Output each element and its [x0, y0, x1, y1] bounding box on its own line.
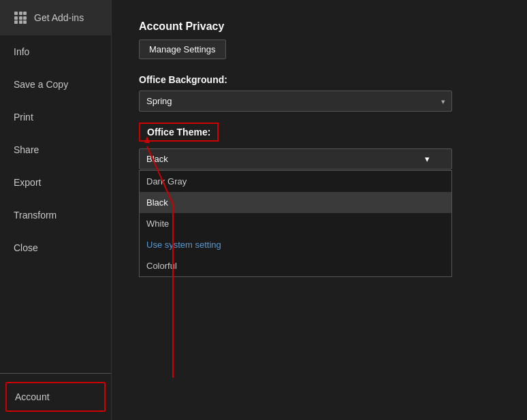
sidebar-item-label-transform: Transform: [14, 210, 57, 221]
theme-option-dark-gray[interactable]: Dark Gray: [140, 171, 451, 192]
sidebar-item-get-addins[interactable]: Get Add-ins: [0, 0, 111, 35]
office-theme-label-box: Office Theme:: [139, 123, 219, 142]
office-background-label: Office Background:: [139, 74, 500, 85]
theme-dropdown-list: Dark Gray Black White Use system setting…: [139, 170, 452, 277]
sidebar-item-share[interactable]: Share: [0, 133, 111, 166]
sidebar-item-info[interactable]: Info: [0, 35, 111, 68]
chevron-down-icon-theme: ▾: [425, 154, 430, 164]
sidebar-item-label-get-addins: Get Add-ins: [34, 12, 84, 23]
account-privacy-title: Account Privacy: [139, 20, 500, 33]
sidebar-item-label-info: Info: [14, 46, 29, 57]
office-theme-selected-value: Black: [146, 154, 168, 164]
sidebar-item-label-export: Export: [14, 177, 41, 188]
sidebar-item-close[interactable]: Close: [0, 231, 111, 264]
office-background-select-wrapper: Spring ▾: [139, 91, 452, 112]
theme-option-black[interactable]: Black: [140, 192, 451, 213]
sidebar-item-label-account: Account: [15, 391, 50, 402]
sidebar-item-label-print: Print: [14, 112, 33, 123]
sidebar-item-label-share: Share: [14, 144, 39, 155]
sidebar-item-print[interactable]: Print: [0, 101, 111, 133]
sidebar-item-label-save-copy: Save a Copy: [14, 79, 68, 90]
office-theme-select-display[interactable]: Black ▾: [139, 148, 452, 169]
theme-option-white[interactable]: White: [140, 213, 451, 234]
grid-icon: [14, 11, 27, 25]
main-content: Account Privacy Manage Settings Office B…: [112, 0, 527, 420]
sidebar-item-transform[interactable]: Transform: [0, 199, 111, 231]
sidebar-item-account[interactable]: Account: [5, 382, 106, 412]
manage-settings-button[interactable]: Manage Settings: [139, 39, 226, 59]
theme-option-use-system[interactable]: Use system setting: [140, 234, 451, 255]
sidebar-nav: Get Add-ins Info Save a Copy Print Share…: [0, 0, 111, 373]
sidebar-item-label-close: Close: [14, 242, 38, 253]
sidebar-bottom: Account: [0, 373, 111, 420]
sidebar-item-save-copy[interactable]: Save a Copy: [0, 68, 111, 101]
office-background-select[interactable]: Spring: [139, 91, 452, 112]
office-theme-select-wrapper: Black ▾ Dark Gray Black White Use system…: [139, 148, 452, 169]
sidebar: Get Add-ins Info Save a Copy Print Share…: [0, 0, 112, 420]
theme-option-colorful[interactable]: Colorful: [140, 255, 451, 276]
office-theme-label: Office Theme:: [147, 127, 210, 138]
sidebar-item-export[interactable]: Export: [0, 166, 111, 199]
